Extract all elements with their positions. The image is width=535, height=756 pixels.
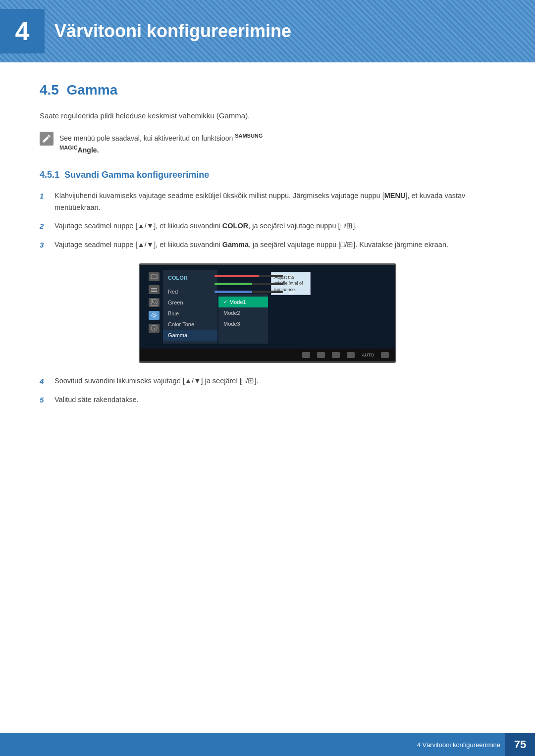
sliders-container: 50 50 50 [214, 274, 294, 298]
chapter-number-box: 4 [0, 9, 45, 53]
svg-rect-4 [151, 291, 157, 292]
step-4: 4 Soovitud suvandini liikumiseks vajutag… [40, 375, 495, 387]
step-1: 1 Klahvijuhendi kuvamiseks vajutage sead… [40, 190, 495, 213]
submenu-item-mode1: Mode1 [218, 297, 268, 307]
monitor-screen: i COLOR Red Green Blue Color Tone Gamma … [139, 263, 396, 363]
bottom-btn-5 [381, 352, 389, 358]
sidebar-icon-2 [149, 285, 160, 294]
step-num-2: 2 [40, 220, 49, 232]
slider-track-red [214, 275, 283, 277]
page-number-box: 75 [505, 733, 535, 756]
monitor-screenshot: i COLOR Red Green Blue Color Tone Gamma … [139, 263, 396, 363]
page-number: 75 [514, 738, 526, 751]
steps-list: 1 Klahvijuhendi kuvamiseks vajutage sead… [40, 190, 495, 251]
slider-row-green: 50 [214, 282, 294, 287]
header-banner: 4 Värvitooni konfigureerimine [0, 0, 535, 62]
subsection-heading: 4.5.1 Suvandi Gamma konfigureerimine [40, 170, 495, 180]
steps-list-after: 4 Soovitud suvandini liikumiseks vajutag… [40, 375, 495, 406]
monitor-icon [151, 274, 158, 279]
step-num-1: 1 [40, 190, 49, 213]
monitor-bottom-bar: AUTO [140, 349, 395, 361]
pencil-icon [42, 134, 52, 144]
menu-item-colortone: Color Tone [163, 319, 217, 330]
section-heading: 4.5 Gamma [40, 82, 117, 98]
svg-rect-1 [153, 279, 155, 279]
chapter-title: Värvitooni konfigureerimine [54, 21, 291, 42]
slider-row-blue: 50 [214, 290, 294, 295]
slider-track-blue [214, 291, 283, 293]
svg-point-6 [152, 300, 154, 302]
info-icon: i [151, 325, 158, 332]
step-text-4: Soovitud suvandini liikumiseks vajutage … [54, 375, 495, 387]
svg-rect-2 [151, 288, 157, 289]
sidebar-icon-5: i [149, 324, 160, 333]
gear-icon [151, 312, 158, 319]
step-text-2: Vajutage seadmel nuppe [▲/▼], et liikuda… [54, 220, 495, 232]
intro-text: Saate reguleerida pildi heleduse keskmis… [40, 110, 495, 122]
step-2: 2 Vajutage seadmel nuppe [▲/▼], et liiku… [40, 220, 495, 232]
slider-track-green [214, 283, 283, 285]
step-text-5: Valitud säte rakendatakse. [54, 394, 495, 406]
step-num-3: 3 [40, 239, 49, 251]
svg-rect-3 [151, 290, 157, 291]
slider-fill-red [214, 275, 259, 277]
menu-header: COLOR [163, 273, 217, 284]
step-text-1: Klahvijuhendi kuvamiseks vajutage seadme… [54, 190, 495, 213]
slider-value-green: 50 [286, 282, 294, 287]
step-5: 5 Valitud säte rakendatakse. [40, 394, 495, 406]
menu-panel: COLOR Red Green Blue Color Tone Gamma [163, 270, 217, 344]
angle-text: Angle. [78, 146, 99, 153]
auto-label: AUTO [362, 353, 374, 357]
note-box: See menüü pole saadaval, kui aktiveeritu… [40, 132, 495, 155]
step-3: 3 Vajutage seadmel nuppe [▲/▼], et liiku… [40, 239, 495, 251]
step-num-5: 5 [40, 394, 49, 406]
svg-rect-5 [151, 300, 157, 305]
submenu-item-mode3: Mode3 [218, 318, 268, 329]
slider-value-blue: 50 [286, 290, 294, 295]
slider-fill-blue [214, 291, 252, 293]
bottom-btn-4 [347, 352, 355, 358]
sidebar-icons: i [145, 270, 163, 344]
menu-item-gamma: Gamma [163, 330, 217, 341]
note-text: See menüü pole saadaval, kui aktiveeritu… [59, 132, 263, 155]
submenu-panel: Mode1 Mode2 Mode3 [218, 294, 268, 344]
svg-point-7 [153, 314, 156, 316]
chapter-number: 4 [15, 16, 30, 46]
menu-item-red: Red [163, 286, 217, 297]
slider-row-red: 50 [214, 274, 294, 279]
menu-item-green: Green [163, 297, 217, 308]
photo-icon [151, 299, 158, 306]
sidebar-icon-1 [149, 272, 160, 281]
svg-rect-0 [151, 275, 157, 279]
sidebar-icon-4 [149, 311, 160, 320]
main-content: 4.5 Gamma Saate reguleerida pildi heledu… [0, 82, 535, 406]
bottom-btn-2 [317, 352, 325, 358]
slider-fill-green [214, 283, 252, 285]
step-text-3: Vajutage seadmel nuppe [▲/▼], et liikuda… [54, 239, 495, 251]
svg-text:i: i [154, 327, 155, 331]
sidebar-icon-3 [149, 298, 160, 307]
step-num-4: 4 [40, 375, 49, 387]
page-footer: 4 Värvitooni konfigureerimine 75 [0, 733, 535, 756]
lines-icon [151, 287, 158, 292]
note-icon [40, 132, 54, 146]
menu-item-blue: Blue [163, 308, 217, 319]
bottom-btn-3 [332, 352, 340, 358]
bottom-btn-1 [302, 352, 310, 358]
submenu-item-mode2: Mode2 [218, 307, 268, 318]
footer-section-label: 4 Värvitooni konfigureerimine [417, 741, 500, 749]
slider-value-red: 50 [286, 274, 294, 279]
